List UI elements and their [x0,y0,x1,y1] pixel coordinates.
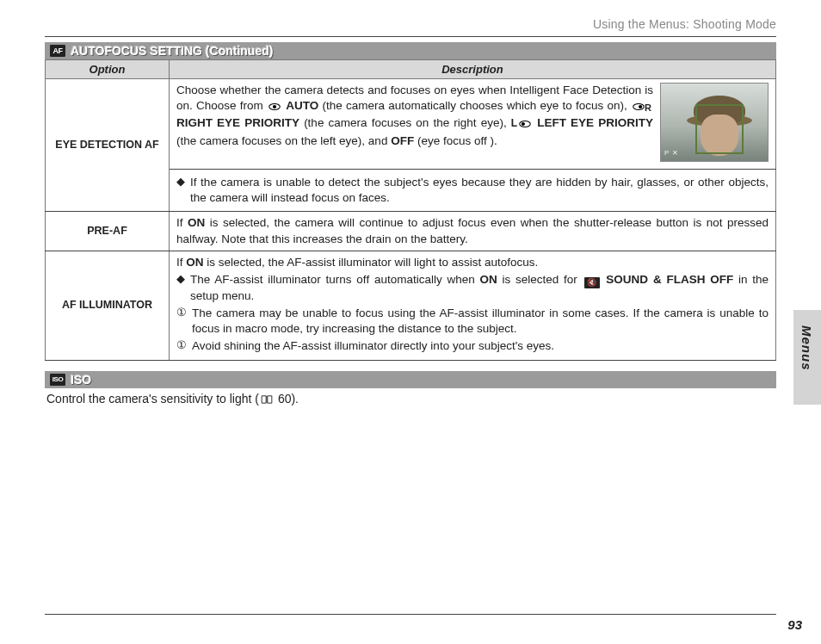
manual-page: Using the Menus: Shooting Mode AF AUTOFO… [0,0,821,644]
label-off: OFF [391,134,414,147]
side-tab-label: Menus [799,325,814,371]
svg-point-1 [273,105,276,108]
table-row: PRE-AF If ON is selected, the camera wil… [46,212,776,251]
note-text: The AF-assist illuminator turns off auto… [190,272,769,304]
thumb-status: P ✕ [664,149,679,158]
option-af-illuminator: AF ILLUMINATOR [46,251,170,360]
note-bullet-icon: ◆ [176,272,185,304]
warning-text: The camera may be unable to focus using … [192,306,769,337]
caution-bullet-icon: ① [176,306,187,337]
focus-box-icon [695,104,744,154]
text: is selected, the AF-assist illuminator w… [207,256,538,269]
text: If [176,256,186,269]
option-eye-detection: EYE DETECTION AF [46,79,170,212]
desc-af-illuminator: If ON is selected, the AF-assist illumin… [170,251,776,360]
col-option: Option [46,60,170,79]
iso-description: Control the camera's sensitivity to ligh… [45,388,776,409]
col-description: Description [170,60,776,79]
eye-icon [269,100,281,115]
breadcrumb: Using the Menus: Shooting Mode [45,17,776,31]
option-pre-af: PRE-AF [46,212,170,251]
caution-bullet-icon: ① [176,338,187,354]
table-row: AF ILLUMINATOR If ON is selected, the AF… [46,251,776,360]
table-row: EYE DETECTION AF P ✕ Choose whether the … [46,79,776,170]
label-on: ON [188,216,205,229]
eye-left-icon [519,117,531,133]
text: (the camera focuses on the right eye), [304,116,511,129]
label-auto: AUTO [286,99,318,112]
text: is selected, the camera will continue to… [176,216,769,245]
footer-divider [45,614,776,615]
af-icon: AF [50,45,65,57]
sound-flash-icon: 🔇 [584,277,600,288]
svg-point-5 [522,122,525,126]
section-header-autofocus: AF AUTOFOCUS SETTING (Continued) [45,42,776,59]
page-number: 93 [787,617,802,632]
label-right-eye: RIGHT EYE PRIORITY [176,116,299,129]
desc-eye-detection-note: ◆ If the camera is unable to detect the … [170,170,776,212]
table-header-row: Option Description [46,60,776,79]
warning-text: Avoid shining the AF-assist illuminator … [192,338,769,354]
section-header-iso: ISO ISO [45,371,776,388]
desc-pre-af: If ON is selected, the camera will conti… [170,212,776,251]
page-ref-icon [261,393,273,401]
text: (the camera focuses on the left eye), an… [176,134,391,147]
options-table: Option Description EYE DETECTION AF P ✕ … [45,59,776,361]
desc-eye-detection: P ✕ Choose whether the camera detects an… [170,79,776,170]
page-ref: 60). [275,392,299,406]
text: If [176,216,188,229]
text: Control the camera's sensitivity to ligh… [46,392,259,406]
section-iso: ISO ISO Control the camera's sensitivity… [45,371,776,409]
label-on: ON [186,256,203,269]
eye-right-icon: R [633,100,651,115]
camera-preview-thumbnail: P ✕ [660,83,769,162]
section-title: AUTOFOCUS SETTING (Continued) [71,44,273,58]
divider [45,36,776,37]
note-text: If the camera is unable to detect the su… [190,175,769,206]
text: (eye focus off ). [417,134,497,147]
iso-icon: ISO [50,374,65,386]
svg-point-3 [639,105,642,108]
section-title: ISO [71,373,91,387]
label-left-eye: LEFT EYE PRIORITY [537,116,653,129]
text: (the camera automatically chooses which … [323,99,632,112]
note-bullet-icon: ◆ [176,175,185,206]
